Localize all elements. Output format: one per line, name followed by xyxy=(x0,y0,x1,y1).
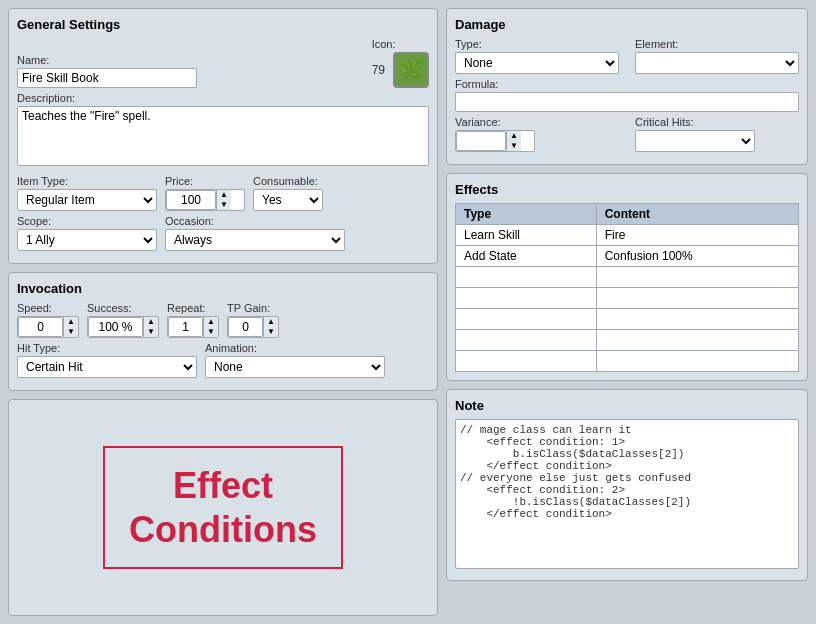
speed-label: Speed: xyxy=(17,302,79,314)
repeat-spinner[interactable]: ▲ ▼ xyxy=(167,316,219,338)
price-down-btn[interactable]: ▼ xyxy=(217,200,231,210)
repeat-input[interactable] xyxy=(168,317,203,337)
consumable-select[interactable]: Yes No xyxy=(253,189,323,211)
success-input[interactable] xyxy=(88,317,143,337)
effect-type-cell: Learn Skill xyxy=(456,225,597,246)
variance-up-btn[interactable]: ▲ xyxy=(507,131,521,141)
speed-down-btn[interactable]: ▼ xyxy=(64,327,78,337)
variance-input[interactable] xyxy=(456,131,506,151)
success-label: Success: xyxy=(87,302,159,314)
success-up-btn[interactable]: ▲ xyxy=(144,317,158,327)
price-spinner[interactable]: ▲ ▼ xyxy=(165,189,245,211)
variance-down-btn[interactable]: ▼ xyxy=(507,141,521,151)
critical-hits-select[interactable] xyxy=(635,130,755,152)
description-label: Description: xyxy=(17,92,429,104)
name-label: Name: xyxy=(17,54,356,66)
effects-table: Type Content Learn SkillFireAdd StateCon… xyxy=(455,203,799,372)
note-panel: Note xyxy=(446,389,808,581)
table-row-empty xyxy=(456,267,799,288)
repeat-label: Repeat: xyxy=(167,302,219,314)
general-settings-panel: General Settings Name: Icon: 79 🌿 xyxy=(8,8,438,264)
repeat-down-btn[interactable]: ▼ xyxy=(204,327,218,337)
element-select[interactable] xyxy=(635,52,799,74)
animation-select[interactable]: None xyxy=(205,356,385,378)
occasion-label: Occasion: xyxy=(165,215,305,227)
occasion-select[interactable]: Always Only in Battle Only from Menu Nev… xyxy=(165,229,345,251)
description-textarea[interactable] xyxy=(17,106,429,166)
effect-content-cell: Fire xyxy=(596,225,798,246)
invocation-panel: Invocation Speed: ▲ ▼ Success: xyxy=(8,272,438,391)
speed-spinner[interactable]: ▲ ▼ xyxy=(17,316,79,338)
effects-panel: Effects Type Content Learn SkillFireAdd … xyxy=(446,173,808,381)
speed-up-btn[interactable]: ▲ xyxy=(64,317,78,327)
damage-title: Damage xyxy=(455,17,799,32)
tp-gain-input[interactable] xyxy=(228,317,263,337)
success-down-btn[interactable]: ▼ xyxy=(144,327,158,337)
speed-input[interactable] xyxy=(18,317,63,337)
hit-type-select[interactable]: Certain Hit Physical Attack Magical Atta… xyxy=(17,356,197,378)
item-type-select[interactable]: Regular Item Key Item Hidden Item A Hidd… xyxy=(17,189,157,211)
item-type-label: Item Type: xyxy=(17,175,157,187)
consumable-label: Consumable: xyxy=(253,175,323,187)
table-row-empty xyxy=(456,288,799,309)
variance-label: Variance: xyxy=(455,116,619,128)
table-row[interactable]: Add StateConfusion 100% xyxy=(456,246,799,267)
effect-type-cell: Add State xyxy=(456,246,597,267)
note-title: Note xyxy=(455,398,799,413)
icon-box[interactable]: 🌿 xyxy=(393,52,429,88)
effect-conditions-box: Effect Conditions xyxy=(103,446,343,568)
invocation-title: Invocation xyxy=(17,281,429,296)
tp-gain-down-btn[interactable]: ▼ xyxy=(264,327,278,337)
damage-type-label: Type: xyxy=(455,38,619,50)
element-label: Element: xyxy=(635,38,799,50)
tp-gain-up-btn[interactable]: ▲ xyxy=(264,317,278,327)
general-settings-title: General Settings xyxy=(17,17,429,32)
tp-gain-spinner[interactable]: ▲ ▼ xyxy=(227,316,279,338)
damage-type-select[interactable]: None HP Damage MP Damage HP Recover MP R… xyxy=(455,52,619,74)
name-input[interactable] xyxy=(17,68,197,88)
table-row-empty xyxy=(456,330,799,351)
damage-panel: Damage Type: None HP Damage MP Damage HP… xyxy=(446,8,808,165)
effect-conditions-panel: Effect Conditions xyxy=(8,399,438,616)
table-row-empty xyxy=(456,309,799,330)
effects-title: Effects xyxy=(455,182,799,197)
table-row-empty xyxy=(456,351,799,372)
price-input[interactable] xyxy=(166,190,216,210)
effect-content-cell: Confusion 100% xyxy=(596,246,798,267)
icon-label: Icon: xyxy=(372,38,396,50)
table-row[interactable]: Learn SkillFire xyxy=(456,225,799,246)
hit-type-label: Hit Type: xyxy=(17,342,197,354)
effect-conditions-line2: Conditions xyxy=(129,508,317,551)
leaf-icon: 🌿 xyxy=(400,59,422,81)
critical-hits-label: Critical Hits: xyxy=(635,116,799,128)
effect-conditions-line1: Effect xyxy=(129,464,317,507)
effects-col-type: Type xyxy=(456,204,597,225)
effects-col-content: Content xyxy=(596,204,798,225)
tp-gain-label: TP Gain: xyxy=(227,302,279,314)
repeat-up-btn[interactable]: ▲ xyxy=(204,317,218,327)
animation-label: Animation: xyxy=(205,342,385,354)
formula-label: Formula: xyxy=(455,78,799,90)
price-up-btn[interactable]: ▲ xyxy=(217,190,231,200)
price-label: Price: xyxy=(165,175,245,187)
scope-label: Scope: xyxy=(17,215,157,227)
scope-select[interactable]: None 1 Enemy All Enemies 1 Ally All Alli… xyxy=(17,229,157,251)
icon-number: 79 xyxy=(372,63,385,77)
variance-spinner[interactable]: ▲ ▼ xyxy=(455,130,535,152)
note-textarea[interactable] xyxy=(455,419,799,569)
formula-input[interactable] xyxy=(455,92,799,112)
success-spinner[interactable]: ▲ ▼ xyxy=(87,316,159,338)
